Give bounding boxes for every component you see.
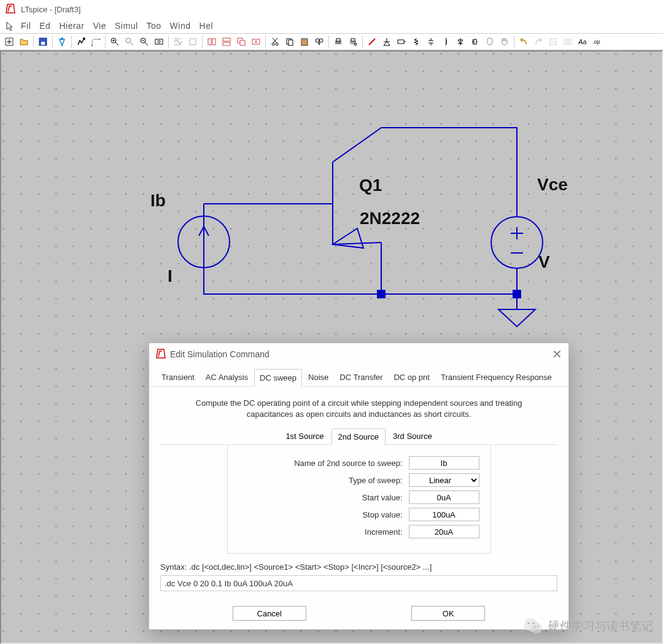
menu-tools[interactable]: Too <box>144 20 164 32</box>
schematic-canvas[interactable]: Ib I Q1 2N2222 Vce V Edit Simulation Com… <box>0 50 663 644</box>
description-text: Compute the DC operating point of a circ… <box>185 398 533 420</box>
zoom-fit-icon[interactable] <box>152 35 166 48</box>
undo-icon[interactable] <box>517 35 530 48</box>
svg-point-8 <box>126 38 131 43</box>
analysis-tabs: Transient AC Analysis DC sweep Noise DC … <box>149 369 568 387</box>
separator <box>71 36 72 48</box>
menu-file[interactable]: Fil <box>4 20 33 32</box>
transistor-model: 2N2222 <box>360 209 420 228</box>
close-windows-icon[interactable] <box>249 35 263 48</box>
tab-ac-analysis[interactable]: AC Analysis <box>201 369 253 386</box>
separator <box>328 36 329 48</box>
inductor-icon[interactable] <box>439 35 452 48</box>
dialog-titlebar[interactable]: Edit Simulation Command ✕ <box>149 343 568 365</box>
log-icon[interactable] <box>186 35 200 48</box>
svg-rect-2 <box>41 42 45 45</box>
print-setup-icon[interactable] <box>346 35 360 48</box>
svg-rect-10 <box>155 39 163 44</box>
save-icon[interactable] <box>36 35 50 48</box>
transistor-name: Q1 <box>359 176 382 195</box>
svg-point-27 <box>319 39 323 42</box>
label-icon[interactable] <box>395 35 408 48</box>
control-panel-icon[interactable] <box>55 35 69 48</box>
paste-icon[interactable] <box>298 35 311 48</box>
menu-view[interactable]: Vie <box>91 20 109 32</box>
app-icon <box>5 3 16 16</box>
spice-directive-icon[interactable]: .op <box>591 35 604 48</box>
redo-icon[interactable] <box>532 35 545 48</box>
rotate-icon[interactable] <box>546 35 560 48</box>
sweep-type-label: Type of sweep: <box>349 476 402 485</box>
mirror-icon[interactable] <box>561 35 575 48</box>
tab-dc-transfer[interactable]: DC Transfer <box>335 369 387 386</box>
autoscale-icon[interactable] <box>171 35 185 48</box>
watermark-text: 硬件学习与读书笔记 <box>548 618 653 634</box>
print-icon[interactable] <box>332 35 345 48</box>
sweep-type-select[interactable]: Linear <box>409 473 479 487</box>
ground-icon[interactable] <box>380 35 394 48</box>
diode-icon[interactable] <box>454 35 467 48</box>
separator <box>168 36 169 48</box>
menu-hierarchy[interactable]: Hierar <box>56 20 87 32</box>
run-icon[interactable] <box>74 35 88 48</box>
capacitor-icon[interactable] <box>424 35 438 48</box>
zoom-in-icon[interactable] <box>108 35 122 48</box>
svg-rect-12 <box>190 39 196 45</box>
separator <box>33 36 34 48</box>
zoom-out-icon[interactable] <box>138 35 151 48</box>
svg-point-45 <box>531 623 542 634</box>
cut-icon[interactable] <box>268 35 282 48</box>
ok-button[interactable]: OK <box>411 606 485 621</box>
menu-simulate[interactable]: Simul <box>112 20 141 32</box>
increment-input[interactable] <box>409 525 479 538</box>
tab-3rd-source[interactable]: 3rd Source <box>387 429 438 444</box>
tab-1st-source[interactable]: 1st Source <box>279 429 330 444</box>
menu-help[interactable]: Hel <box>197 20 216 32</box>
tile-horiz-icon[interactable] <box>220 35 233 48</box>
edit-simulation-dialog: Edit Simulation Command ✕ Transient AC A… <box>149 343 569 630</box>
find-icon[interactable] <box>312 35 326 48</box>
tab-dc-op[interactable]: DC op pnt <box>389 369 435 386</box>
new-schematic-icon[interactable] <box>2 35 16 48</box>
cancel-button[interactable]: Cancel <box>233 606 306 621</box>
wire-icon[interactable] <box>365 35 379 48</box>
increment-label: Increment: <box>365 527 402 537</box>
halt-icon[interactable] <box>89 35 103 48</box>
pan-icon[interactable] <box>123 35 136 48</box>
svg-point-26 <box>316 39 319 42</box>
current-source-value: I <box>168 266 173 285</box>
tile-windows-icon[interactable] <box>205 35 219 48</box>
resistor-icon[interactable] <box>409 35 423 48</box>
tab-transient[interactable]: Transient <box>157 369 200 386</box>
copy-icon[interactable] <box>283 35 297 48</box>
start-value-label: Start value: <box>362 493 403 502</box>
svg-point-46 <box>528 623 530 624</box>
move-icon[interactable] <box>483 35 497 48</box>
source-tabs: 1st Source 2nd Source 3rd Source <box>160 429 557 445</box>
component-icon[interactable] <box>468 35 482 48</box>
separator <box>514 36 514 48</box>
svg-rect-13 <box>208 39 211 45</box>
close-icon[interactable]: ✕ <box>552 347 562 362</box>
tab-dc-sweep[interactable]: DC sweep <box>254 369 302 387</box>
tab-tfr[interactable]: Transient Frequency Response <box>436 369 557 386</box>
tab-2nd-source[interactable]: 2nd Source <box>332 429 386 445</box>
source-name-input[interactable] <box>409 456 479 470</box>
svg-point-43 <box>491 217 543 268</box>
start-value-input[interactable] <box>409 491 479 504</box>
voltage-source-name: Vce <box>537 175 568 194</box>
open-icon[interactable] <box>17 35 31 48</box>
separator <box>265 36 266 48</box>
stop-value-input[interactable] <box>409 508 479 521</box>
menu-edit[interactable]: Ed <box>37 20 53 32</box>
drag-icon[interactable] <box>498 35 511 48</box>
tab-noise[interactable]: Noise <box>303 369 333 386</box>
cascade-icon[interactable] <box>235 35 248 48</box>
menu-window[interactable]: Wind <box>168 20 193 32</box>
current-source-name: Ib <box>150 191 166 210</box>
title-bar: LTspice - [Draft3] <box>0 0 663 18</box>
window-title: LTspice - [Draft3] <box>21 5 80 14</box>
spice-command-input[interactable] <box>160 575 557 591</box>
svg-point-21 <box>276 43 278 45</box>
text-icon[interactable]: Aa <box>576 35 589 48</box>
